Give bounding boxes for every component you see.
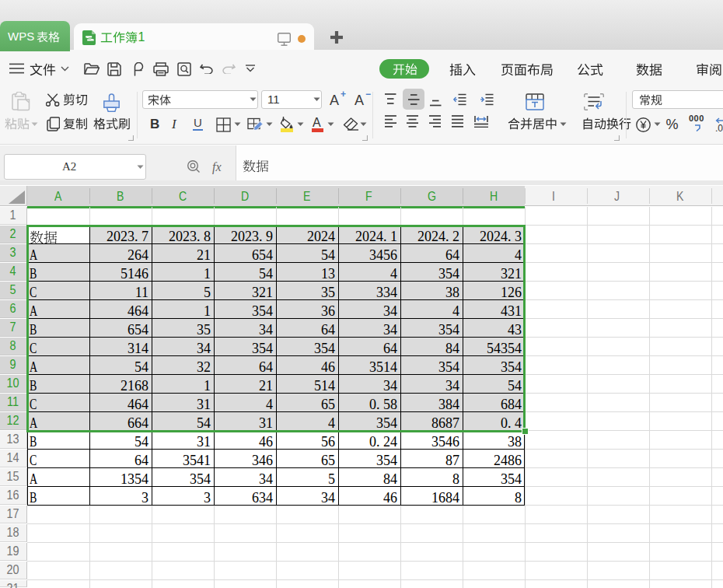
svg-text:.0: .0: [715, 123, 723, 132]
